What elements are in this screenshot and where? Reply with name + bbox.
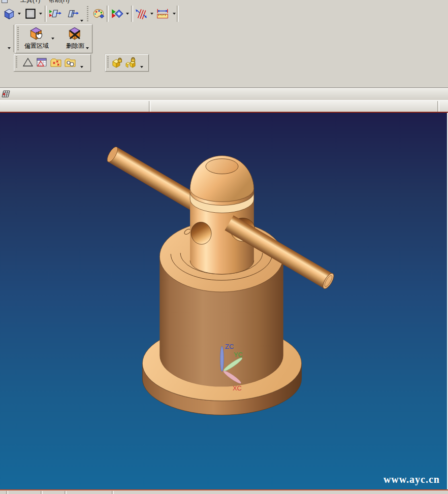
play-diamond-icon xyxy=(110,7,123,20)
app-icon xyxy=(2,0,8,3)
measure-dropdown[interactable] xyxy=(173,13,176,15)
offset-region-button[interactable]: 偏置区域 xyxy=(21,26,52,52)
t-handle-jack-model[interactable]: ZC YC XC xyxy=(0,113,447,489)
utility-panel-1 xyxy=(14,54,91,72)
constraints-dropdown[interactable] xyxy=(150,13,153,15)
pull-face-button[interactable] xyxy=(64,6,80,22)
offset-region-label: 偏置区域 xyxy=(24,42,49,50)
toolbar-drag-handle[interactable] xyxy=(16,56,17,69)
constraints-button[interactable] xyxy=(133,6,149,22)
graphics-viewport[interactable]: ZC YC XC www.ayc.cn xyxy=(0,113,447,489)
section-grid-icon[interactable] xyxy=(2,90,11,99)
toolbar-drag-handle[interactable] xyxy=(87,6,88,21)
prompt-bar-divider xyxy=(149,101,151,112)
part-family-button[interactable] xyxy=(35,55,49,70)
linked-body-icon xyxy=(111,56,123,69)
toolbar-synchronous: 偏置区域 删除面 xyxy=(0,24,448,54)
linked-body-alt-icon xyxy=(125,56,137,69)
toolbar-drag-handle[interactable] xyxy=(17,27,19,50)
toolbar-view xyxy=(0,4,448,24)
synchronous-panel: 偏置区域 删除面 xyxy=(15,24,92,53)
shaded-cube-icon xyxy=(3,7,16,20)
toolbar-drag-handle[interactable] xyxy=(107,56,109,69)
measure-button[interactable] xyxy=(154,6,171,22)
play-dropdown[interactable] xyxy=(126,13,129,15)
palette-icon xyxy=(92,7,105,20)
measure-icon xyxy=(156,7,169,20)
display-square-icon xyxy=(24,7,37,20)
triad-y-label: YC xyxy=(234,351,243,358)
role-palette-button[interactable] xyxy=(90,6,107,22)
group-button[interactable] xyxy=(63,55,77,70)
constraints-icon xyxy=(135,7,148,20)
linked-body-alt-button[interactable] xyxy=(124,55,138,70)
utility-overflow-1[interactable] xyxy=(80,66,83,68)
dock-strip xyxy=(0,87,448,101)
triad-z-axis[interactable] xyxy=(220,346,224,372)
pull-face-icon xyxy=(66,7,79,20)
status-divider xyxy=(112,491,114,494)
status-divider xyxy=(65,491,67,494)
display-mode-button[interactable] xyxy=(22,6,39,22)
table-icon xyxy=(36,56,48,69)
move-face-icon xyxy=(48,7,61,20)
status-divider xyxy=(6,491,8,494)
move-face-button[interactable] xyxy=(47,6,63,22)
watermark: www.ayc.cn xyxy=(383,474,440,485)
handle-rod-left[interactable] xyxy=(105,145,200,211)
shaded-view-dropdown[interactable] xyxy=(18,13,21,15)
prompt-bar-divider xyxy=(437,101,439,112)
datum-triangle-button[interactable] xyxy=(21,55,35,70)
prompt-bar xyxy=(0,100,448,112)
delete-face-label: 删除面 xyxy=(66,42,84,50)
face-tools-dropdown[interactable] xyxy=(80,20,83,22)
folder-points-icon xyxy=(50,56,62,69)
triad-z-label: ZC xyxy=(225,343,234,350)
offset-region-dropdown[interactable] xyxy=(51,38,54,40)
synchronous-overflow[interactable] xyxy=(86,47,89,49)
delete-face-cube-icon xyxy=(68,26,83,41)
offset-region-cube-icon xyxy=(29,26,44,41)
linked-body-button[interactable] xyxy=(110,55,124,70)
nx-window: 工具(T) 帮助(H) xyxy=(0,0,448,494)
display-mode-dropdown[interactable] xyxy=(39,13,42,15)
triangle-icon xyxy=(22,56,34,69)
left-toolbar-overflow[interactable] xyxy=(8,47,11,49)
play-visualization-button[interactable] xyxy=(109,6,125,22)
shaded-view-button[interactable] xyxy=(1,6,17,22)
status-bar xyxy=(0,490,448,494)
utility-overflow-2[interactable] xyxy=(140,66,143,68)
status-divider xyxy=(41,491,43,494)
toolbar-utility xyxy=(0,54,448,72)
head-cylinder[interactable] xyxy=(189,156,255,274)
point-set-button[interactable] xyxy=(49,55,63,70)
utility-panel-2 xyxy=(105,54,149,72)
toolbar-separator xyxy=(177,6,179,22)
triad-x-label: XC xyxy=(233,384,242,392)
folder-circles-icon xyxy=(64,56,76,69)
